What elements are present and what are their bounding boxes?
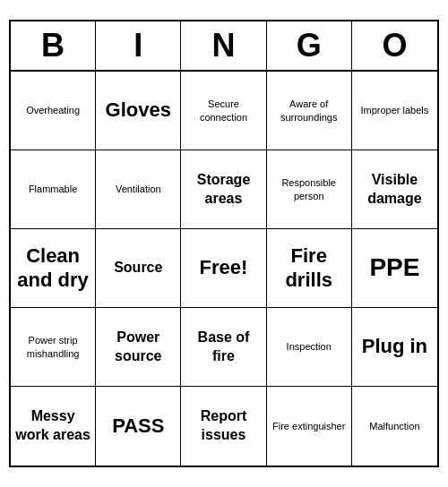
cell-text-11: Source: [114, 259, 162, 278]
cell-text-15: Power strip mishandling: [14, 334, 91, 360]
bingo-card: BINGO OverheatingGlovesSecure connection…: [9, 20, 439, 467]
bingo-cell-23: Fire extinguisher: [267, 387, 352, 466]
cell-text-16: Power source: [99, 329, 177, 366]
cell-text-19: Plug in: [362, 335, 427, 358]
bingo-cell-22: Report issues: [181, 387, 266, 466]
cell-text-4: Improper labels: [360, 104, 428, 116]
cell-text-17: Base of fire: [185, 329, 262, 366]
cell-text-6: Ventilation: [116, 183, 161, 195]
bingo-grid: OverheatingGlovesSecure connectionAware …: [11, 72, 437, 466]
cell-text-12: Free!: [200, 256, 248, 279]
bingo-header: BINGO: [11, 21, 437, 72]
cell-text-22: Report issues: [185, 407, 262, 445]
bingo-cell-0: Overheating: [11, 72, 96, 150]
cell-text-7: Storage areas: [185, 171, 262, 209]
cell-text-21: PASS: [112, 414, 164, 438]
cell-text-3: Aware of surroundings: [271, 98, 348, 124]
bingo-cell-2: Secure connection: [181, 72, 266, 150]
bingo-cell-9: Visible damage: [352, 150, 437, 229]
bingo-cell-8: Responsible person: [267, 150, 352, 229]
bingo-cell-17: Base of fire: [181, 308, 266, 387]
bingo-cell-3: Aware of surroundings: [267, 72, 352, 150]
cell-text-18: Inspection: [287, 340, 332, 353]
bingo-cell-20: Messy work areas: [11, 387, 96, 466]
cell-text-23: Fire extinguisher: [272, 420, 345, 432]
header-letter-o: O: [352, 21, 437, 70]
bingo-cell-4: Improper labels: [352, 72, 437, 150]
cell-text-20: Messy work areas: [14, 407, 91, 445]
cell-text-10: Clean and dry: [14, 244, 91, 292]
cell-text-2: Secure connection: [185, 98, 262, 124]
bingo-cell-14: PPE: [352, 229, 437, 308]
cell-text-8: Responsible person: [271, 176, 348, 202]
bingo-cell-18: Inspection: [267, 308, 352, 387]
bingo-cell-10: Clean and dry: [11, 229, 96, 308]
header-letter-i: I: [96, 21, 181, 70]
bingo-cell-13: Fire drills: [267, 229, 352, 308]
header-letter-b: B: [11, 21, 96, 70]
cell-text-9: Visible damage: [356, 171, 434, 209]
cell-text-1: Gloves: [106, 98, 171, 122]
bingo-cell-15: Power strip mishandling: [11, 308, 96, 387]
header-letter-g: G: [267, 21, 352, 70]
header-letter-n: N: [181, 21, 266, 70]
bingo-cell-1: Gloves: [96, 72, 181, 150]
cell-text-0: Overheating: [26, 104, 80, 116]
bingo-cell-21: PASS: [96, 387, 181, 466]
bingo-cell-16: Power source: [96, 308, 181, 387]
bingo-cell-5: Flammable: [11, 150, 96, 229]
bingo-cell-7: Storage areas: [181, 150, 266, 229]
cell-text-14: PPE: [369, 252, 419, 284]
bingo-cell-6: Ventilation: [96, 150, 181, 229]
cell-text-24: Malfunction: [369, 420, 419, 432]
bingo-cell-19: Plug in: [352, 308, 437, 387]
cell-text-5: Flammable: [29, 183, 77, 195]
bingo-cell-11: Source: [96, 229, 181, 308]
bingo-cell-12: Free!: [181, 229, 266, 308]
bingo-cell-24: Malfunction: [352, 387, 437, 466]
cell-text-13: Fire drills: [271, 244, 348, 292]
